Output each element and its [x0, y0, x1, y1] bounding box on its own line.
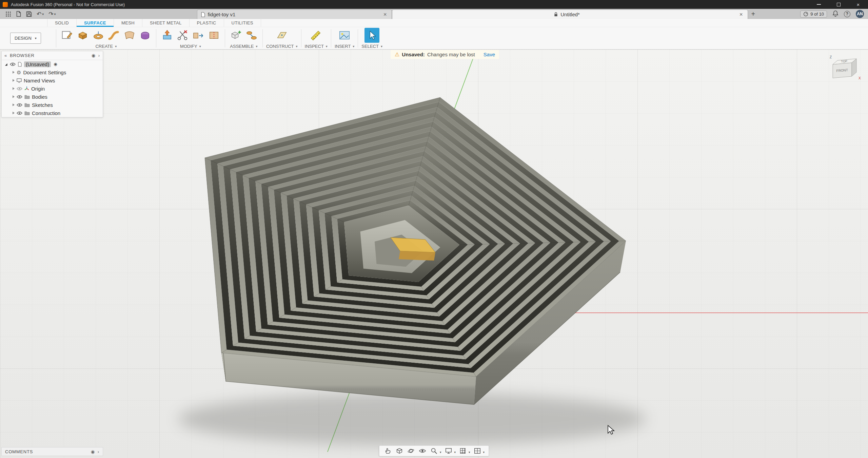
eye-icon[interactable]	[17, 103, 22, 107]
orbit-button[interactable]	[406, 446, 416, 455]
browser-item-bodies[interactable]: Bodies	[2, 93, 103, 101]
browser-root-row[interactable]: (Unsaved) ◉	[2, 60, 103, 68]
warning-icon: ⚠	[395, 52, 399, 57]
chevron-right-icon[interactable]	[13, 71, 15, 74]
group-label-inspect[interactable]: INSPECT ▾	[305, 44, 328, 49]
chevron-right-icon[interactable]	[13, 112, 15, 114]
undo-button[interactable]: ↶ ▾	[37, 11, 44, 17]
display-settings-button[interactable]	[443, 446, 453, 455]
chevron-down-icon: ▾	[35, 36, 37, 40]
save-icon[interactable]	[26, 11, 32, 17]
viewports-button[interactable]	[472, 446, 482, 455]
warning-title: Unsaved:	[402, 52, 425, 57]
chevron-down-icon[interactable]: ▾	[469, 451, 470, 454]
chevron-right-icon[interactable]: ›	[98, 53, 100, 58]
tab-solid[interactable]: SOLID	[47, 19, 76, 27]
thicken-button[interactable]	[138, 28, 153, 43]
tab-surface[interactable]: SURFACE	[76, 19, 114, 27]
comments-panel[interactable]: COMMENTS ◉ ›	[1, 447, 103, 456]
pan-button[interactable]	[383, 446, 393, 455]
stitch-button[interactable]	[206, 28, 221, 43]
tab-close-icon[interactable]: ×	[738, 12, 744, 17]
create-sketch-button[interactable]	[60, 28, 75, 43]
chevron-right-icon[interactable]	[13, 79, 15, 82]
patch-button[interactable]	[122, 28, 137, 43]
grid-snaps-button[interactable]	[458, 446, 468, 455]
eye-icon[interactable]	[17, 111, 22, 115]
redo-button[interactable]: ↷ ▾	[48, 11, 56, 17]
new-tab-button[interactable]: +	[748, 10, 759, 19]
group-label-construct[interactable]: CONSTRUCT ▾	[266, 44, 298, 49]
chevron-right-icon[interactable]	[13, 95, 15, 98]
select-button[interactable]	[364, 28, 379, 43]
expand-triangle-icon[interactable]	[4, 62, 8, 66]
tab-sheet-metal[interactable]: SHEET METAL	[142, 19, 189, 27]
filter-icon[interactable]: ◉	[91, 449, 95, 454]
browser-header[interactable]: « BROWSER ◉ ›	[2, 51, 103, 60]
chevron-right-icon[interactable]	[13, 87, 15, 90]
tab-close-icon[interactable]: ×	[382, 12, 388, 17]
sweep-button[interactable]	[106, 28, 121, 43]
view-cube[interactable]: TOP FRONT Z X	[828, 54, 862, 92]
press-pull-button[interactable]	[160, 28, 175, 43]
construct-plane-button[interactable]	[274, 28, 289, 43]
save-link[interactable]: Save	[484, 52, 495, 57]
navigation-bar: ▾ ▾ ▾ ▾	[379, 445, 489, 456]
tab-mesh[interactable]: MESH	[114, 19, 142, 27]
extend-button[interactable]	[191, 28, 206, 43]
eye-icon[interactable]	[17, 95, 22, 99]
tab-untitled[interactable]: Untitled* ×	[392, 9, 748, 19]
file-icon[interactable]	[16, 11, 21, 17]
trim-button[interactable]	[175, 28, 190, 43]
minimize-button[interactable]	[809, 0, 829, 9]
chevron-right-icon[interactable]: ›	[98, 449, 99, 454]
eye-icon[interactable]	[10, 62, 16, 66]
collapse-icon[interactable]: «	[4, 53, 7, 58]
zoom-fit-button[interactable]	[394, 446, 405, 455]
zoom-button[interactable]	[429, 446, 439, 455]
tab-utilities[interactable]: UTILITIES	[224, 19, 261, 27]
measure-button[interactable]	[309, 28, 323, 43]
chevron-down-icon: ▾	[353, 44, 354, 48]
chevron-down-icon[interactable]: ▾	[440, 451, 441, 454]
tab-fidget-toy[interactable]: fidget-toy v1 ×	[197, 9, 392, 19]
maximize-button[interactable]	[829, 0, 848, 9]
extrude-button[interactable]	[75, 28, 90, 43]
workspace-selector[interactable]: DESIGN ▾	[10, 33, 41, 44]
target-icon[interactable]: ◉	[54, 62, 57, 66]
group-label-assemble[interactable]: ASSEMBLE ▾	[230, 44, 257, 49]
new-component-button[interactable]	[229, 28, 243, 43]
revolve-button[interactable]	[91, 28, 106, 43]
eye-icon[interactable]	[17, 87, 22, 91]
user-avatar[interactable]: AN	[856, 10, 864, 18]
browser-item-named-views[interactable]: Named Views	[2, 76, 103, 84]
sweep-icon	[107, 29, 120, 42]
group-label-create[interactable]: CREATE ▾	[95, 44, 117, 49]
browser-item-construction[interactable]: Construction	[2, 109, 103, 117]
group-label-select[interactable]: SELECT ▾	[361, 44, 382, 49]
group-label-modify[interactable]: MODIFY ▾	[180, 44, 201, 49]
3d-viewport[interactable]	[0, 0, 868, 458]
look-at-button[interactable]	[417, 446, 428, 455]
close-button[interactable]: ×	[848, 0, 868, 9]
group-label-insert[interactable]: INSERT ▾	[335, 44, 354, 49]
chevron-down-icon[interactable]: ▾	[483, 451, 485, 454]
browser-item-origin[interactable]: Origin	[2, 84, 103, 93]
browser-item-document-settings[interactable]: ⚙ Document Settings	[2, 68, 103, 76]
document-counter[interactable]: 9 of 10	[800, 11, 827, 18]
insert-button[interactable]	[337, 28, 352, 43]
tab-label: UTILITIES	[232, 20, 253, 25]
window-title: Autodesk Fusion 360 (Personal - Not for …	[11, 2, 125, 7]
tab-label: fidget-toy v1	[208, 12, 236, 17]
joint-button[interactable]	[244, 28, 259, 43]
browser-item-sketches[interactable]: Sketches	[2, 101, 103, 109]
help-button[interactable]: ?	[844, 11, 850, 17]
tab-label: SURFACE	[84, 20, 106, 25]
chevron-down-icon[interactable]: ▾	[454, 451, 456, 454]
app-grid-icon[interactable]	[5, 11, 11, 17]
chevron-right-icon[interactable]	[13, 103, 15, 106]
root-document-label[interactable]: (Unsaved)	[24, 61, 51, 67]
tab-plastic[interactable]: PLASTIC	[189, 19, 224, 27]
notifications-button[interactable]	[832, 10, 839, 18]
filter-icon[interactable]: ◉	[92, 53, 96, 58]
